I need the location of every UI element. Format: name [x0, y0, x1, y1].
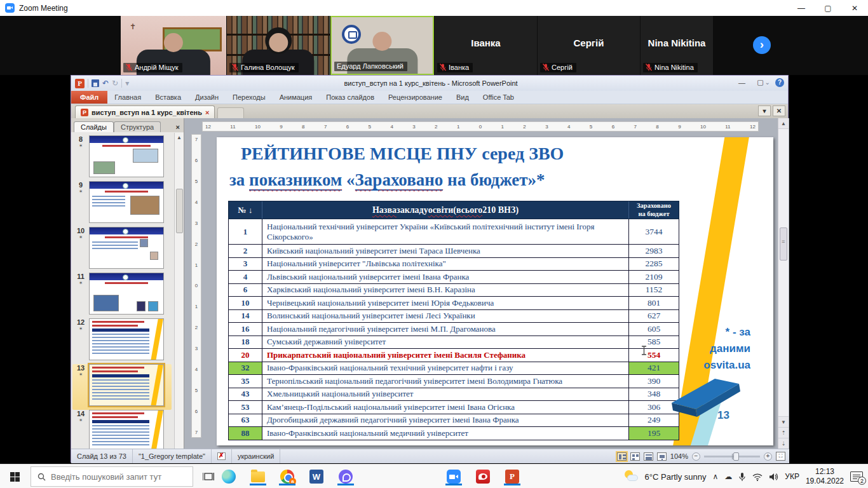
- scroll-down-icon[interactable]: ▼: [778, 416, 789, 427]
- slide-thumbnail-8[interactable]: 8✶: [72, 135, 172, 181]
- microphone-icon[interactable]: [738, 472, 746, 482]
- tab-slides[interactable]: Слайды: [74, 121, 114, 132]
- rank-cell: 16: [229, 323, 262, 336]
- zoom-in-button[interactable]: +: [764, 452, 772, 461]
- slide-scrollbar[interactable]: ▲ ▼ ⇡ ⇣: [778, 118, 789, 449]
- thumbnail-preview[interactable]: [89, 318, 164, 360]
- slide-thumbnail-14[interactable]: 14✶: [72, 410, 172, 449]
- taskbar-app-explorer[interactable]: [249, 468, 267, 485]
- search-input[interactable]: [51, 472, 184, 482]
- weather-icon[interactable]: [625, 470, 639, 483]
- video-tile[interactable]: ✝Андрій Міщук: [121, 16, 226, 75]
- video-tile[interactable]: ІванкаІванка: [435, 16, 537, 75]
- task-view-button[interactable]: [200, 468, 217, 485]
- document-tab[interactable]: P виступ_вступ на 1 курс_квітень ×: [75, 105, 215, 118]
- minimize-ribbon-icon[interactable]: ⌄: [765, 79, 770, 86]
- thumbnail-preview[interactable]: [89, 364, 164, 406]
- fit-to-window-button[interactable]: ⛶: [776, 452, 785, 461]
- ppt-minimize-button[interactable]: —: [733, 76, 751, 90]
- tray-expand-icon[interactable]: ∧: [713, 472, 719, 481]
- slide-thumbnail-11[interactable]: 11✶: [72, 273, 172, 318]
- university-logo: [342, 25, 361, 44]
- slide-thumbnail-10[interactable]: 10✶: [72, 227, 172, 273]
- thumbnail-preview[interactable]: [89, 181, 164, 223]
- panel-scroll-up-icon[interactable]: ▲: [175, 133, 184, 140]
- running-indicator: [337, 484, 354, 485]
- scroll-thumb[interactable]: [780, 227, 787, 261]
- clock[interactable]: 12:13 19.04.2022: [806, 467, 844, 486]
- thumbnail-preview[interactable]: [89, 227, 164, 269]
- zoom-slider-handle[interactable]: [733, 452, 739, 461]
- start-button[interactable]: [0, 464, 29, 488]
- normal-view-button[interactable]: [617, 452, 627, 461]
- table-row: 14Волинський національний університет ім…: [228, 310, 679, 323]
- language-indicator[interactable]: УКР: [785, 472, 799, 481]
- onedrive-icon[interactable]: ☁: [724, 472, 732, 481]
- ribbon-tab-главная[interactable]: Главная: [107, 91, 148, 104]
- zoom-slider[interactable]: [704, 456, 760, 458]
- video-tile[interactable]: Едуард Лапковський: [330, 16, 434, 75]
- rank-cell: 53: [229, 401, 262, 414]
- taskbar-search[interactable]: [31, 466, 193, 487]
- redo-icon[interactable]: ↻: [112, 79, 118, 87]
- previous-slide-button[interactable]: ⇡: [778, 427, 789, 438]
- slide-thumbnail-9[interactable]: 9✶: [72, 181, 172, 227]
- taskbar-app-zoom[interactable]: [445, 468, 463, 485]
- panel-scroll-thumb[interactable]: [176, 189, 183, 233]
- status-spellcheck[interactable]: [212, 449, 232, 463]
- doctab-close-button[interactable]: ✕: [773, 105, 785, 116]
- ribbon-tab-дизайн[interactable]: Дизайн: [188, 91, 226, 104]
- thumbnail-preview[interactable]: [89, 410, 164, 449]
- save-icon[interactable]: [92, 79, 99, 87]
- ribbon-tab-переходы[interactable]: Переходы: [226, 91, 273, 104]
- notification-center-icon[interactable]: 2: [850, 471, 863, 482]
- ribbon-tab-office-tab[interactable]: Office Tab: [476, 91, 521, 104]
- ribbon-tab-анимация[interactable]: Анимация: [273, 91, 320, 104]
- ribbon-tab-вид[interactable]: Вид: [449, 91, 476, 104]
- taskbar-app-powerpoint[interactable]: P: [503, 468, 521, 485]
- zoom-minimize-button[interactable]: —: [788, 0, 815, 16]
- taskbar-app-chrome[interactable]: a: [278, 468, 296, 485]
- taskbar-app-media-app[interactable]: [474, 468, 492, 485]
- slide-canvas[interactable]: РЕЙТИНГОВЕ МІСЦЕ ПНУ серед ЗВО за показн…: [217, 137, 773, 445]
- next-participants-button[interactable]: ›: [753, 36, 771, 54]
- slide-sorter-view-button[interactable]: [630, 452, 640, 461]
- zoom-close-button[interactable]: ✕: [841, 0, 868, 16]
- next-slide-button[interactable]: ⇣: [778, 438, 789, 449]
- thumbnail-preview[interactable]: [89, 273, 164, 315]
- slideshow-view-button[interactable]: [657, 452, 667, 461]
- ribbon-tab-вставка[interactable]: Вставка: [148, 91, 188, 104]
- video-tile[interactable]: Галина Волощук: [227, 16, 330, 75]
- rank-cell: 18: [229, 336, 262, 349]
- powerpoint-app-icon[interactable]: P: [75, 79, 85, 88]
- status-language[interactable]: украинский: [232, 449, 280, 463]
- scroll-up-icon[interactable]: ▲: [778, 118, 789, 129]
- taskbar-app-word[interactable]: W: [308, 468, 325, 485]
- taskbar-app-viber[interactable]: [337, 468, 355, 485]
- video-tile[interactable]: СергійСергій: [538, 16, 640, 75]
- ribbon-tab-рецензирование[interactable]: Рецензирование: [381, 91, 449, 104]
- undo-icon[interactable]: ↶: [102, 79, 109, 87]
- ribbon-tab-файл[interactable]: Файл: [71, 91, 107, 104]
- ribbon-tab-показ-слайдов[interactable]: Показ слайдов: [319, 91, 381, 104]
- slide-thumbnail-13[interactable]: 13✶: [72, 364, 172, 410]
- zoom-out-button[interactable]: −: [692, 452, 700, 461]
- search-icon: [37, 473, 46, 481]
- slides-panel-scrollbar[interactable]: ▲: [174, 133, 184, 449]
- new-document-tab[interactable]: [217, 107, 244, 118]
- video-tile[interactable]: Nina NikitinaNina Nikitina: [641, 16, 713, 75]
- slides-panel-close-icon[interactable]: ×: [176, 123, 180, 132]
- thumbnail-preview[interactable]: [89, 135, 164, 177]
- volume-icon[interactable]: [769, 473, 778, 481]
- document-tab-close-icon[interactable]: ×: [205, 109, 209, 116]
- doctab-dropdown-button[interactable]: ▾: [758, 105, 771, 116]
- weather-label[interactable]: 6°C Partly sunny: [645, 472, 707, 482]
- zoom-maximize-button[interactable]: ▢: [815, 0, 841, 16]
- tab-outline[interactable]: Структура: [114, 121, 161, 132]
- reading-view-button[interactable]: [644, 452, 653, 461]
- help-icon[interactable]: ?: [775, 78, 784, 87]
- powerpoint-titlebar[interactable]: P ↶ ↻ ▾ виступ_вступ на 1 курс_квітень -…: [71, 76, 788, 91]
- slide-thumbnail-12[interactable]: 12✶: [72, 318, 172, 364]
- wifi-icon[interactable]: [752, 473, 763, 481]
- taskbar-app-edge[interactable]: [220, 468, 238, 485]
